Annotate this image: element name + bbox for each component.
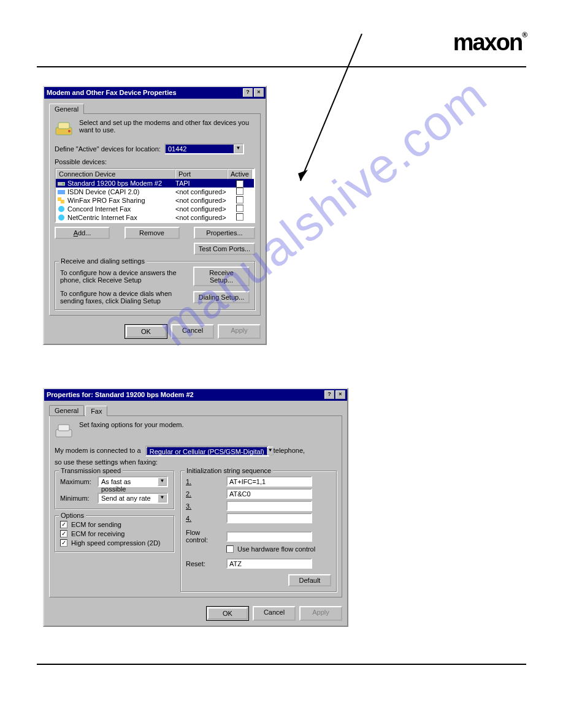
- apply-button: Apply: [218, 324, 261, 339]
- modem-fax-properties-dialog: Properties for: Standard 19200 bps Modem…: [43, 388, 348, 627]
- device-row[interactable]: Standard 19200 bps Modem #2 TAPI ✓: [56, 179, 254, 188]
- col-port[interactable]: Port: [175, 169, 228, 179]
- window-title: Modem and Other Fax Device Properties: [47, 89, 242, 96]
- connected-pre-text: My modem is connected to a: [55, 447, 141, 454]
- cancel-button[interactable]: Cancel: [171, 324, 214, 339]
- device-name: Standard 19200 bps Modem #2: [67, 180, 162, 187]
- svg-rect-3: [58, 123, 69, 129]
- svg-point-6: [63, 183, 64, 185]
- max-label: Maximum:: [60, 478, 94, 485]
- group-legend: Receive and dialing settings: [59, 257, 147, 265]
- fax-share-icon: [57, 196, 66, 205]
- svg-point-11: [58, 214, 64, 221]
- instruction-text: Set faxing options for your modem.: [79, 421, 184, 428]
- options-group: Options ✓ECM for sending ✓ECM for receiv…: [55, 515, 174, 552]
- init-3-label: 3.: [186, 502, 223, 510]
- active-checkbox[interactable]: [236, 205, 243, 212]
- modem-small-icon: [57, 179, 66, 188]
- chevron-down-icon[interactable]: ▼: [158, 477, 167, 486]
- dialing-help-text: To configure how a device dials when sen…: [60, 290, 190, 305]
- internet-fax-icon: [57, 205, 66, 213]
- hw-flow-checkbox[interactable]: Use hardware flow control: [226, 545, 331, 553]
- min-label: Minimum:: [60, 495, 94, 502]
- devices-header: Connection Device Port Active: [56, 169, 254, 179]
- titlebar[interactable]: Modem and Other Fax Device Properties ? …: [44, 87, 266, 99]
- device-name: ISDN Device (CAPI 2.0): [67, 188, 139, 195]
- init-1-label: 1.: [186, 478, 223, 485]
- connected-line2-text: so use these settings when faxing:: [55, 458, 337, 466]
- window-title: Properties for: Standard 19200 bps Modem…: [47, 391, 323, 398]
- telephone-type-dropdown[interactable]: Regular or Cellular (PCS/GSM-Digital) ▼: [145, 446, 269, 457]
- test-com-ports-button[interactable]: Test Com Ports...: [194, 243, 255, 255]
- close-button[interactable]: ×: [254, 88, 264, 97]
- flow-control-label: Flow control:: [186, 529, 223, 544]
- define-location-label: Define "Active" devices for location:: [55, 145, 161, 153]
- chevron-down-icon[interactable]: ▼: [234, 145, 243, 153]
- help-button[interactable]: ?: [243, 88, 253, 97]
- properties-button[interactable]: Properties...: [194, 227, 255, 239]
- dialing-setup-button[interactable]: Dialing Setup...: [193, 291, 250, 303]
- init-4-label: 4.: [186, 515, 223, 522]
- isdn-icon: [57, 188, 66, 196]
- tab-general[interactable]: General: [49, 104, 84, 114]
- device-name: NetCentric Internet Fax: [67, 214, 137, 221]
- min-speed-dropdown[interactable]: Send at any rate ▼: [98, 493, 168, 504]
- device-port: <not configured>: [175, 205, 228, 213]
- svg-marker-1: [298, 170, 308, 181]
- active-checkbox[interactable]: [236, 188, 243, 195]
- device-row[interactable]: NetCentric Internet Fax <not configured>: [56, 213, 254, 222]
- max-speed-dropdown[interactable]: As fast as possible ▼: [98, 476, 168, 487]
- init-sequence-group: Initialization string sequence 1.AT+IFC=…: [180, 471, 337, 592]
- ecm-send-checkbox[interactable]: ✓ECM for sending: [60, 521, 169, 528]
- active-checkbox[interactable]: [236, 196, 243, 203]
- possible-devices-label: Possible devices:: [55, 158, 255, 165]
- init-1-input[interactable]: AT+IFC=1,1: [226, 476, 312, 487]
- remove-button[interactable]: Remove: [124, 227, 180, 239]
- svg-rect-13: [58, 425, 69, 431]
- device-port: <not configured>: [175, 214, 228, 221]
- ok-button[interactable]: OK: [206, 606, 249, 621]
- apply-button: Apply: [299, 606, 342, 621]
- tab-fax[interactable]: Fax: [85, 406, 107, 416]
- max-speed-value: As fast as possible: [99, 477, 158, 486]
- init-3-input[interactable]: [226, 501, 312, 511]
- receive-setup-button[interactable]: Receive Setup...: [193, 267, 250, 286]
- chevron-down-icon[interactable]: ▼: [158, 494, 167, 502]
- connected-post-text: telephone,: [274, 447, 305, 454]
- hsc-checkbox[interactable]: ✓High speed compression (2D): [60, 539, 169, 547]
- default-button[interactable]: Default: [288, 574, 331, 586]
- active-checkbox[interactable]: ✓: [236, 180, 243, 188]
- device-name: Concord Internet Fax: [67, 205, 131, 213]
- init-2-input[interactable]: AT&C0: [226, 488, 312, 499]
- device-row[interactable]: ISDN Device (CAPI 2.0) <not configured>: [56, 188, 254, 196]
- internet-fax-icon: [57, 213, 66, 222]
- chevron-down-icon[interactable]: ▼: [267, 447, 274, 455]
- device-port: <not configured>: [175, 188, 228, 195]
- ecm-recv-checkbox[interactable]: ✓ECM for receiving: [60, 530, 169, 537]
- col-device[interactable]: Connection Device: [56, 169, 175, 179]
- reset-input[interactable]: ATZ: [226, 558, 312, 569]
- devices-list[interactable]: Connection Device Port Active Standard 1…: [55, 168, 255, 223]
- min-speed-value: Send at any rate: [99, 494, 158, 502]
- active-checkbox[interactable]: [236, 213, 243, 221]
- device-row[interactable]: WinFax PRO Fax Sharing <not configured>: [56, 196, 254, 205]
- svg-rect-7: [58, 190, 65, 194]
- col-active[interactable]: Active: [228, 169, 252, 179]
- location-dropdown[interactable]: 01442 ▼: [164, 143, 244, 154]
- titlebar[interactable]: Properties for: Standard 19200 bps Modem…: [44, 389, 347, 401]
- modem-icon: [55, 119, 74, 138]
- tab-general[interactable]: General: [49, 405, 84, 415]
- reset-label: Reset:: [186, 560, 223, 567]
- group-legend: Options: [59, 512, 86, 519]
- cancel-button[interactable]: Cancel: [253, 606, 296, 621]
- help-button[interactable]: ?: [324, 390, 334, 399]
- instruction-text: Select and set up the modems and other f…: [79, 119, 255, 134]
- device-row[interactable]: Concord Internet Fax <not configured>: [56, 205, 254, 213]
- device-port: TAPI: [175, 180, 228, 187]
- flow-control-input[interactable]: [226, 531, 312, 542]
- add-button[interactable]: Add...: [55, 227, 110, 239]
- close-button[interactable]: ×: [335, 390, 345, 399]
- ok-button[interactable]: OK: [124, 324, 167, 339]
- receive-dialing-group: Receive and dialing settings To configur…: [55, 261, 255, 310]
- init-4-input[interactable]: [226, 513, 312, 523]
